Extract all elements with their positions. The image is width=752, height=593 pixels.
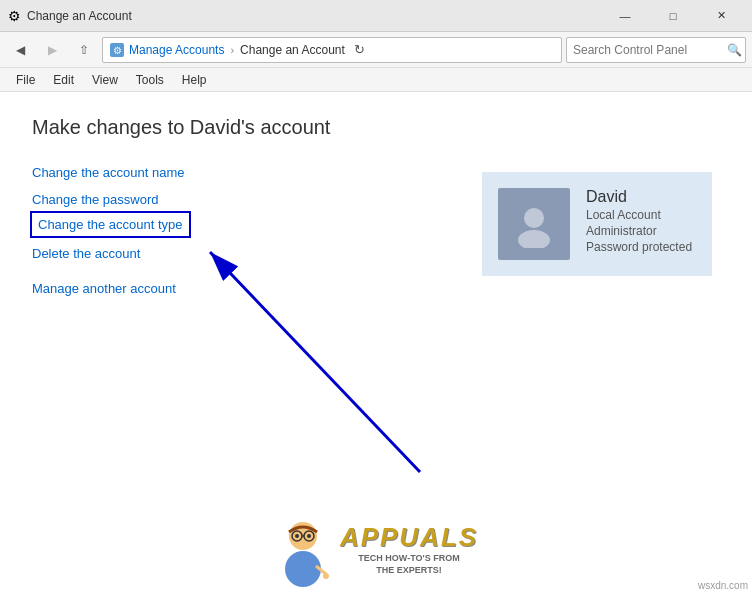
change-account-type-link[interactable]: Change the account type: [32, 213, 189, 236]
user-detail-admin: Administrator: [586, 224, 692, 238]
watermark-logo: APPUALS: [340, 522, 478, 553]
menu-help[interactable]: Help: [174, 71, 215, 89]
address-bar[interactable]: ⚙ Manage Accounts › Change an Account ↻: [102, 37, 562, 63]
user-detail-password: Password protected: [586, 240, 692, 254]
minimize-button[interactable]: —: [602, 1, 648, 31]
close-button[interactable]: ✕: [698, 1, 744, 31]
appuals-mascot: [274, 509, 334, 589]
arrow-annotation: [180, 192, 460, 492]
user-card: David Local Account Administrator Passwo…: [482, 172, 712, 276]
breadcrumb-separator: ›: [230, 44, 234, 56]
breadcrumb-manage-accounts[interactable]: Manage Accounts: [129, 43, 224, 57]
forward-button[interactable]: ▶: [38, 36, 66, 64]
search-input[interactable]: [573, 43, 723, 57]
title-bar-controls: — □ ✕: [602, 1, 744, 31]
svg-point-4: [524, 208, 544, 228]
menu-view[interactable]: View: [84, 71, 126, 89]
menu-tools[interactable]: Tools: [128, 71, 172, 89]
user-info: David Local Account Administrator Passwo…: [586, 188, 692, 254]
back-button[interactable]: ◀: [6, 36, 34, 64]
search-icon[interactable]: 🔍: [727, 43, 742, 57]
up-button[interactable]: ⇧: [70, 36, 98, 64]
avatar: [498, 188, 570, 260]
main-panel: Make changes to David's account Change t…: [0, 92, 752, 593]
svg-text:⚙: ⚙: [113, 45, 122, 56]
maximize-button[interactable]: □: [650, 1, 696, 31]
menu-bar: File Edit View Tools Help: [0, 68, 752, 92]
refresh-button[interactable]: ↻: [349, 39, 371, 61]
breadcrumb-current: Change an Account: [240, 43, 345, 57]
watermark-text-block: APPUALS TECH HOW-TO'S FROMTHE EXPERTS!: [340, 522, 478, 576]
user-name: David: [586, 188, 692, 206]
svg-point-14: [323, 573, 329, 579]
manage-another-account-link[interactable]: Manage another account: [32, 275, 720, 302]
content-area: Make changes to David's account Change t…: [0, 92, 752, 593]
watermark-area: APPUALS TECH HOW-TO'S FROMTHE EXPERTS!: [266, 493, 486, 593]
search-box[interactable]: 🔍: [566, 37, 746, 63]
title-bar-left: ⚙ Change an Account: [8, 8, 132, 24]
menu-file[interactable]: File: [8, 71, 43, 89]
address-icon: ⚙: [109, 42, 125, 58]
page-title: Make changes to David's account: [32, 116, 720, 139]
wsxdn-badge: wsxdn.com: [698, 580, 748, 591]
svg-point-6: [285, 551, 321, 587]
user-detail-local: Local Account: [586, 208, 692, 222]
svg-point-11: [295, 534, 299, 538]
svg-point-12: [307, 534, 311, 538]
menu-edit[interactable]: Edit: [45, 71, 82, 89]
watermark-subtitle: TECH HOW-TO'S FROMTHE EXPERTS!: [340, 553, 478, 576]
app-icon: ⚙: [8, 8, 21, 24]
window-title: Change an Account: [27, 9, 132, 23]
title-bar: ⚙ Change an Account — □ ✕: [0, 0, 752, 32]
nav-bar: ◀ ▶ ⇧ ⚙ Manage Accounts › Change an Acco…: [0, 32, 752, 68]
svg-point-5: [518, 230, 550, 248]
